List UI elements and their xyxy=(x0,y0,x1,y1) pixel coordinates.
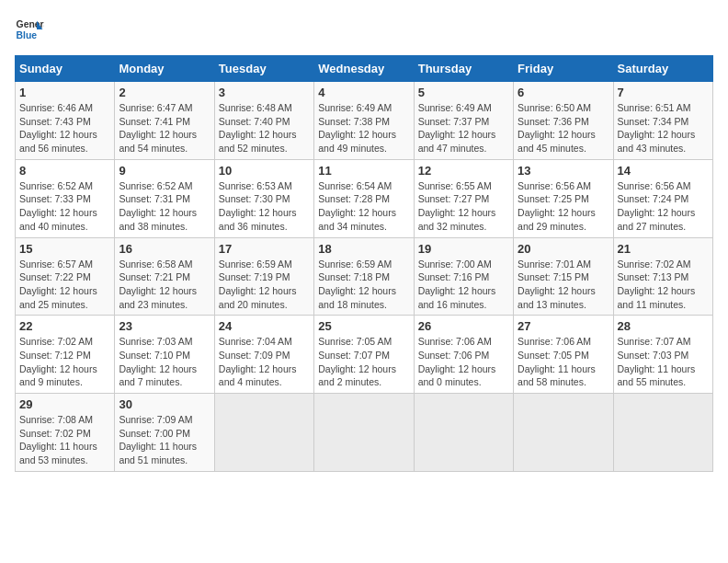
calendar-cell: 8 Sunrise: 6:52 AMSunset: 7:33 PMDayligh… xyxy=(16,159,115,237)
day-detail: Sunrise: 7:00 AMSunset: 7:16 PMDaylight:… xyxy=(418,259,496,310)
calendar-week-1: 1 Sunrise: 6:46 AMSunset: 7:43 PMDayligh… xyxy=(16,82,713,160)
day-detail: Sunrise: 6:56 AMSunset: 7:24 PMDaylight:… xyxy=(618,180,696,232)
calendar-week-4: 22 Sunrise: 7:02 AMSunset: 7:12 PMDaylig… xyxy=(16,316,713,394)
calendar-cell: 30 Sunrise: 7:09 AMSunset: 7:00 PMDaylig… xyxy=(115,394,214,472)
day-detail: Sunrise: 6:46 AMSunset: 7:43 PMDaylight:… xyxy=(19,102,97,154)
calendar-cell: 25 Sunrise: 7:05 AMSunset: 7:07 PMDaylig… xyxy=(314,316,414,394)
day-detail: Sunrise: 6:47 AMSunset: 7:41 PMDaylight:… xyxy=(119,102,197,154)
logo: General Blue xyxy=(15,15,44,44)
calendar-cell: 23 Sunrise: 7:03 AMSunset: 7:10 PMDaylig… xyxy=(115,316,214,394)
calendar-cell: 29 Sunrise: 7:08 AMSunset: 7:02 PMDaylig… xyxy=(16,394,115,472)
calendar-cell xyxy=(514,394,613,472)
day-detail: Sunrise: 6:49 AMSunset: 7:37 PMDaylight:… xyxy=(418,102,496,154)
day-detail: Sunrise: 7:02 AMSunset: 7:13 PMDaylight:… xyxy=(618,259,696,310)
calendar-cell xyxy=(414,394,513,472)
day-detail: Sunrise: 6:52 AMSunset: 7:31 PMDaylight:… xyxy=(119,180,197,232)
day-number: 6 xyxy=(518,86,609,99)
calendar-cell: 24 Sunrise: 7:04 AMSunset: 7:09 PMDaylig… xyxy=(214,316,313,394)
calendar-cell: 19 Sunrise: 7:00 AMSunset: 7:16 PMDaylig… xyxy=(414,237,513,316)
calendar-cell: 7 Sunrise: 6:51 AMSunset: 7:34 PMDayligh… xyxy=(613,82,712,160)
day-number: 21 xyxy=(618,242,709,256)
day-number: 13 xyxy=(518,164,609,178)
calendar-cell: 4 Sunrise: 6:49 AMSunset: 7:38 PMDayligh… xyxy=(314,82,414,160)
calendar-cell xyxy=(214,394,313,472)
day-detail: Sunrise: 7:09 AMSunset: 7:00 PMDaylight:… xyxy=(119,414,197,465)
calendar-cell: 9 Sunrise: 6:52 AMSunset: 7:31 PMDayligh… xyxy=(115,159,214,237)
calendar-cell: 2 Sunrise: 6:47 AMSunset: 7:41 PMDayligh… xyxy=(115,82,214,160)
day-number: 11 xyxy=(318,164,409,178)
calendar-table: SundayMondayTuesdayWednesdayThursdayFrid… xyxy=(15,55,713,472)
day-number: 14 xyxy=(618,164,709,178)
day-detail: Sunrise: 7:04 AMSunset: 7:09 PMDaylight:… xyxy=(219,336,297,387)
calendar-cell: 5 Sunrise: 6:49 AMSunset: 7:37 PMDayligh… xyxy=(414,82,513,160)
day-number: 20 xyxy=(518,242,609,256)
header-day-saturday: Saturday xyxy=(613,56,712,82)
day-detail: Sunrise: 7:02 AMSunset: 7:12 PMDaylight:… xyxy=(19,336,97,387)
day-detail: Sunrise: 6:52 AMSunset: 7:33 PMDaylight:… xyxy=(19,180,97,232)
day-number: 10 xyxy=(219,164,310,178)
day-detail: Sunrise: 6:51 AMSunset: 7:34 PMDaylight:… xyxy=(618,102,696,154)
calendar-cell: 22 Sunrise: 7:02 AMSunset: 7:12 PMDaylig… xyxy=(16,316,115,394)
logo-icon: General Blue xyxy=(15,15,44,44)
day-number: 28 xyxy=(618,319,709,333)
day-detail: Sunrise: 6:56 AMSunset: 7:25 PMDaylight:… xyxy=(518,180,596,232)
day-detail: Sunrise: 7:05 AMSunset: 7:07 PMDaylight:… xyxy=(318,336,396,387)
day-number: 24 xyxy=(219,319,310,333)
header-day-monday: Monday xyxy=(115,56,214,82)
day-number: 15 xyxy=(19,242,110,256)
header-day-thursday: Thursday xyxy=(414,56,513,82)
header-day-friday: Friday xyxy=(514,56,613,82)
calendar-cell: 20 Sunrise: 7:01 AMSunset: 7:15 PMDaylig… xyxy=(514,237,613,316)
day-number: 7 xyxy=(618,86,709,99)
calendar-cell xyxy=(613,394,712,472)
day-detail: Sunrise: 6:59 AMSunset: 7:18 PMDaylight:… xyxy=(318,259,396,310)
day-detail: Sunrise: 7:07 AMSunset: 7:03 PMDaylight:… xyxy=(618,336,696,387)
day-detail: Sunrise: 6:50 AMSunset: 7:36 PMDaylight:… xyxy=(518,102,596,154)
day-number: 9 xyxy=(119,164,210,178)
day-number: 25 xyxy=(318,319,409,333)
calendar-cell: 6 Sunrise: 6:50 AMSunset: 7:36 PMDayligh… xyxy=(514,82,613,160)
day-detail: Sunrise: 6:55 AMSunset: 7:27 PMDaylight:… xyxy=(418,180,496,232)
day-number: 2 xyxy=(119,86,210,99)
calendar-cell: 1 Sunrise: 6:46 AMSunset: 7:43 PMDayligh… xyxy=(16,82,115,160)
calendar-cell: 12 Sunrise: 6:55 AMSunset: 7:27 PMDaylig… xyxy=(414,159,513,237)
calendar-week-2: 8 Sunrise: 6:52 AMSunset: 7:33 PMDayligh… xyxy=(16,159,713,237)
day-detail: Sunrise: 6:49 AMSunset: 7:38 PMDaylight:… xyxy=(318,102,396,154)
day-number: 12 xyxy=(418,164,509,178)
header-day-tuesday: Tuesday xyxy=(214,56,313,82)
day-detail: Sunrise: 7:01 AMSunset: 7:15 PMDaylight:… xyxy=(518,259,596,310)
calendar-week-3: 15 Sunrise: 6:57 AMSunset: 7:22 PMDaylig… xyxy=(16,237,713,316)
day-number: 19 xyxy=(418,242,509,256)
day-number: 5 xyxy=(418,86,509,99)
day-number: 26 xyxy=(418,319,509,333)
calendar-cell: 16 Sunrise: 6:58 AMSunset: 7:21 PMDaylig… xyxy=(115,237,214,316)
day-number: 23 xyxy=(119,319,210,333)
calendar-cell: 13 Sunrise: 6:56 AMSunset: 7:25 PMDaylig… xyxy=(514,159,613,237)
calendar-cell: 11 Sunrise: 6:54 AMSunset: 7:28 PMDaylig… xyxy=(314,159,414,237)
day-detail: Sunrise: 6:53 AMSunset: 7:30 PMDaylight:… xyxy=(219,180,297,232)
day-detail: Sunrise: 6:48 AMSunset: 7:40 PMDaylight:… xyxy=(219,102,297,154)
calendar-cell: 26 Sunrise: 7:06 AMSunset: 7:06 PMDaylig… xyxy=(414,316,513,394)
calendar-cell: 10 Sunrise: 6:53 AMSunset: 7:30 PMDaylig… xyxy=(214,159,313,237)
calendar-cell: 28 Sunrise: 7:07 AMSunset: 7:03 PMDaylig… xyxy=(613,316,712,394)
day-detail: Sunrise: 7:06 AMSunset: 7:05 PMDaylight:… xyxy=(518,336,596,387)
header-row: SundayMondayTuesdayWednesdayThursdayFrid… xyxy=(16,56,713,82)
calendar-cell: 18 Sunrise: 6:59 AMSunset: 7:18 PMDaylig… xyxy=(314,237,414,316)
day-detail: Sunrise: 6:59 AMSunset: 7:19 PMDaylight:… xyxy=(219,259,297,310)
day-number: 27 xyxy=(518,319,609,333)
day-detail: Sunrise: 6:58 AMSunset: 7:21 PMDaylight:… xyxy=(119,259,197,310)
calendar-cell: 27 Sunrise: 7:06 AMSunset: 7:05 PMDaylig… xyxy=(514,316,613,394)
day-detail: Sunrise: 7:08 AMSunset: 7:02 PMDaylight:… xyxy=(19,414,97,465)
day-number: 16 xyxy=(119,242,210,256)
calendar-week-5: 29 Sunrise: 7:08 AMSunset: 7:02 PMDaylig… xyxy=(16,394,713,472)
calendar-cell: 15 Sunrise: 6:57 AMSunset: 7:22 PMDaylig… xyxy=(16,237,115,316)
day-number: 17 xyxy=(219,242,310,256)
day-detail: Sunrise: 7:06 AMSunset: 7:06 PMDaylight:… xyxy=(418,336,496,387)
calendar-cell xyxy=(314,394,414,472)
header-day-wednesday: Wednesday xyxy=(314,56,414,82)
day-number: 30 xyxy=(119,397,210,411)
calendar-cell: 17 Sunrise: 6:59 AMSunset: 7:19 PMDaylig… xyxy=(214,237,313,316)
calendar-cell: 3 Sunrise: 6:48 AMSunset: 7:40 PMDayligh… xyxy=(214,82,313,160)
calendar-cell: 21 Sunrise: 7:02 AMSunset: 7:13 PMDaylig… xyxy=(613,237,712,316)
day-number: 1 xyxy=(19,86,110,99)
